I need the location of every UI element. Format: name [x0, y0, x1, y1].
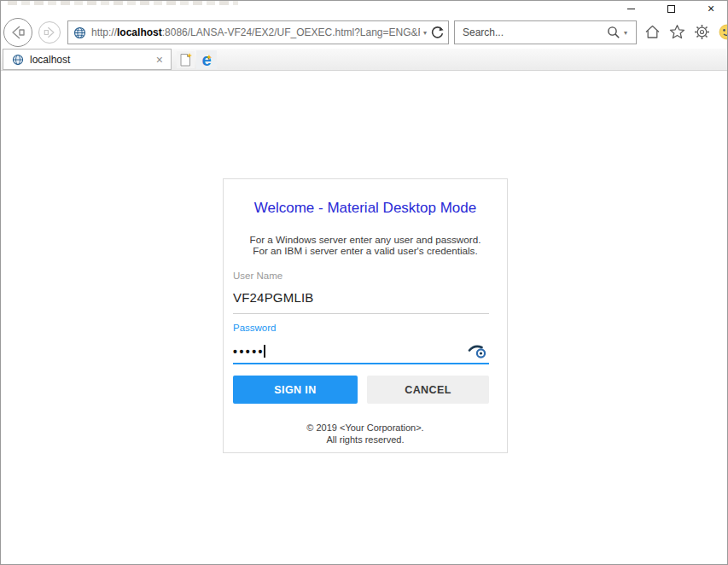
page-content: Welcome - Material Desktop Mode For a Wi…: [1, 71, 727, 564]
home-button[interactable]: [644, 23, 661, 40]
password-label: Password: [233, 323, 277, 333]
new-tab-icon: [178, 52, 193, 67]
search-placeholder: Search...: [463, 26, 607, 38]
url-dropdown-caret[interactable]: ▾: [420, 29, 430, 37]
search-box[interactable]: Search... ▾: [454, 20, 637, 44]
star-icon: [669, 24, 685, 40]
globe-icon: [73, 26, 86, 39]
ghost-window-title: [8, 1, 238, 5]
tab-bar: localhost × e✦: [1, 49, 727, 71]
favorites-button[interactable]: [668, 23, 685, 40]
edge-star-icon: ✦: [207, 50, 213, 67]
close-icon: ×: [708, 3, 714, 15]
refresh-button[interactable]: [430, 26, 445, 40]
home-icon: [644, 24, 661, 40]
page-title: Welcome - Material Desktop Mode: [224, 200, 507, 217]
minimize-button[interactable]: [625, 3, 637, 15]
reveal-password-button[interactable]: [468, 343, 488, 360]
password-label-wrap: Password: [233, 319, 489, 335]
instructions-line2: For an IBM i server enter a valid user's…: [224, 245, 507, 256]
new-tab-button[interactable]: [177, 51, 195, 68]
search-dropdown-caret[interactable]: ▾: [620, 29, 631, 37]
browser-toolbar: http://localhost:8086/LANSA-VF24/EX2/UF_…: [1, 15, 727, 49]
gear-icon: [694, 24, 710, 40]
open-edge-button[interactable]: e✦: [196, 50, 217, 69]
maximize-icon: [667, 5, 675, 13]
back-button[interactable]: [3, 18, 32, 47]
text-cursor: [264, 345, 265, 358]
forward-button[interactable]: [38, 21, 61, 44]
username-value: VF24PGMLIB: [233, 290, 314, 305]
title-bar: ×: [1, 1, 727, 15]
feedback-button[interactable]: [718, 23, 728, 40]
username-field[interactable]: VF24PGMLIB: [233, 290, 489, 306]
toolbar-icons: [644, 23, 728, 40]
globe-icon: [12, 54, 24, 66]
url-text: http://localhost:8086/LANSA-VF24/EX2/UF_…: [91, 26, 420, 38]
smiley-icon: [719, 24, 728, 40]
close-button[interactable]: ×: [705, 3, 717, 15]
refresh-icon: [430, 26, 445, 40]
search-icon[interactable]: [607, 26, 620, 39]
password-field[interactable]: •••••: [233, 344, 489, 359]
copyright-line1: © 2019 <Your Corporation>.: [224, 422, 507, 434]
tab-title: localhost: [30, 54, 154, 66]
sign-in-button[interactable]: SIGN IN: [233, 376, 358, 404]
forward-arrow-icon: [42, 25, 57, 40]
settings-button[interactable]: [693, 23, 710, 40]
password-underline: [233, 363, 489, 364]
username-label: User Name: [233, 271, 282, 281]
minimize-icon: [627, 9, 635, 9]
edge-icon: e✦: [201, 51, 211, 68]
address-bar[interactable]: http://localhost:8086/LANSA-VF24/EX2/UF_…: [67, 20, 449, 44]
window-controls: ×: [625, 3, 717, 15]
tab-close-button[interactable]: ×: [154, 54, 166, 66]
back-arrow-icon: [9, 23, 27, 42]
tab-localhost[interactable]: localhost ×: [3, 49, 172, 70]
username-label-wrap: User Name: [233, 267, 489, 282]
login-card: Welcome - Material Desktop Mode For a Wi…: [223, 178, 508, 453]
instructions: For a Windows server enter any user and …: [224, 234, 507, 256]
maximize-button[interactable]: [665, 3, 677, 15]
username-underline: [233, 313, 489, 314]
instructions-line1: For a Windows server enter any user and …: [224, 234, 507, 245]
browser-window: × http://localhost:8086/LANSA-VF24/EX2/U…: [0, 0, 728, 565]
copyright-line2: All rights reserved.: [224, 434, 507, 446]
password-masked-value: •••••: [233, 345, 265, 358]
eye-icon: [468, 343, 488, 360]
cancel-button[interactable]: CANCEL: [367, 376, 489, 404]
copyright: © 2019 <Your Corporation>. All rights re…: [224, 422, 507, 446]
